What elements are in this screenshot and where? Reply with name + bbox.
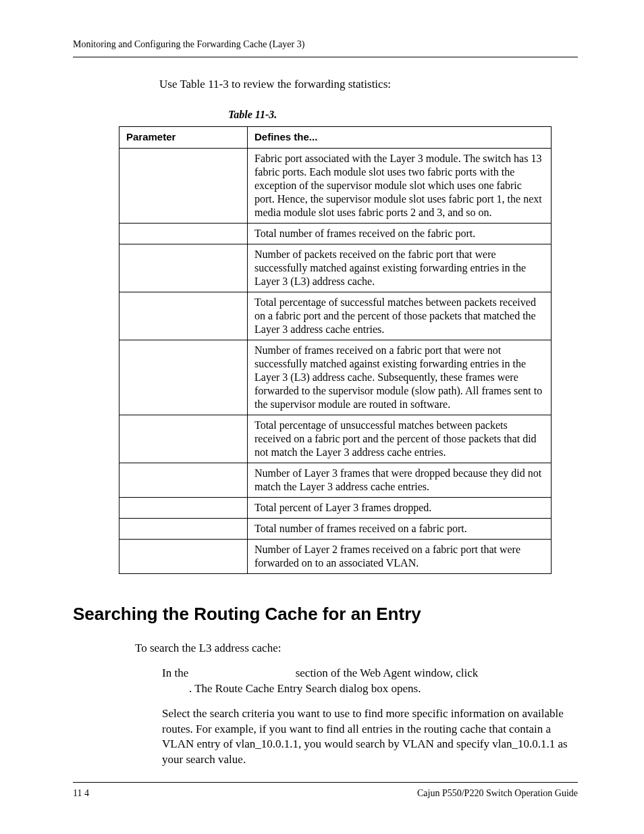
cell-parameter <box>119 518 248 539</box>
step-1: In the section of the Web Agent window, … <box>162 666 578 697</box>
table-row: Number of Layer 2 frames received on a f… <box>119 539 552 573</box>
table-row: Total percentage of successful matches b… <box>119 292 552 340</box>
cell-definition: Number of Layer 3 frames that were dropp… <box>248 463 552 497</box>
page: Monitoring and Configuring the Forwardin… <box>0 0 644 834</box>
cell-parameter <box>119 292 248 340</box>
cell-definition: Total percentage of unsuccessful matches… <box>248 415 552 463</box>
cell-definition: Number of Layer 2 frames received on a f… <box>248 539 552 573</box>
running-head: Monitoring and Configuring the Forwardin… <box>73 39 578 50</box>
section-heading: Searching the Routing Cache for an Entry <box>73 604 578 625</box>
cell-definition: Total percentage of successful matches b… <box>248 292 552 340</box>
footer-guide-title: Cajun P550/P220 Switch Operation Guide <box>417 788 578 799</box>
table-caption: Table 11-3. <box>228 109 578 121</box>
cell-definition: Number of frames received on a fabric po… <box>248 340 552 415</box>
cell-parameter <box>119 223 248 244</box>
cell-definition: Total percent of Layer 3 frames dropped. <box>248 497 552 518</box>
cell-parameter <box>119 497 248 518</box>
page-number: 11 4 <box>73 788 89 799</box>
cell-parameter <box>119 148 248 223</box>
table-row: Total percentage of unsuccessful matches… <box>119 415 552 463</box>
step-2: Select the search criteria you want to u… <box>162 706 578 768</box>
cell-parameter <box>119 340 248 415</box>
table-row: Number of packets received on the fabric… <box>119 244 552 292</box>
cell-parameter <box>119 415 248 463</box>
step-1-part-a: In the <box>162 667 188 679</box>
column-header-parameter: Parameter <box>119 127 248 149</box>
table-row: Number of Layer 3 frames that were dropp… <box>119 463 552 497</box>
cell-definition: Total number of frames received on a fab… <box>248 518 552 539</box>
intro-text: Use Table 11-3 to review the forwarding … <box>159 78 578 91</box>
header-rule <box>73 57 578 57</box>
table-row: Fabric port associated with the Layer 3 … <box>119 148 552 223</box>
cell-parameter <box>119 244 248 292</box>
cell-definition: Fabric port associated with the Layer 3 … <box>248 148 552 223</box>
column-header-defines: Defines the... <box>248 127 552 149</box>
footer-rule <box>73 782 578 783</box>
table-row: Total number of frames received on the f… <box>119 223 552 244</box>
cell-definition: Total number of frames received on the f… <box>248 223 552 244</box>
table-header-row: Parameter Defines the... <box>119 127 552 149</box>
cell-parameter <box>119 463 248 497</box>
table-row: Total percent of Layer 3 frames dropped. <box>119 497 552 518</box>
step-1-part-c: . The Route Cache Entry Search dialog bo… <box>189 682 421 695</box>
cell-definition: Number of packets received on the fabric… <box>248 244 552 292</box>
page-footer: 11 4 Cajun P550/P220 Switch Operation Gu… <box>73 782 578 799</box>
section-lead: To search the L3 address cache: <box>135 641 578 656</box>
table-row: Number of frames received on a fabric po… <box>119 340 552 415</box>
step-1-part-b: section of the Web Agent window, click <box>296 667 479 679</box>
forwarding-statistics-table: Parameter Defines the... Fabric port ass… <box>119 126 552 574</box>
table-row: Total number of frames received on a fab… <box>119 518 552 539</box>
cell-parameter <box>119 539 248 573</box>
